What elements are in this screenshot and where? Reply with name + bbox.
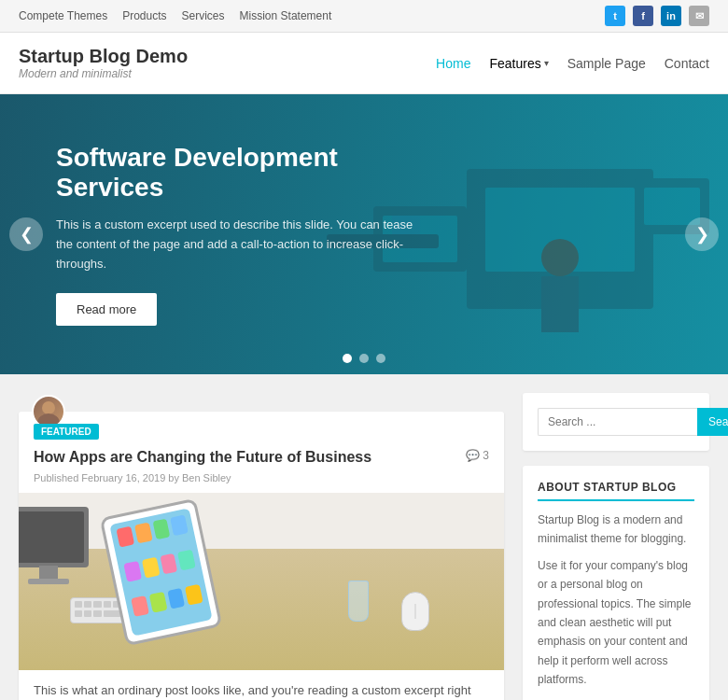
- comment-count: 💬 3: [466, 449, 489, 462]
- slider-dot-3[interactable]: [376, 354, 385, 363]
- content-area: FEATURED How Apps are Changing the Futur…: [19, 393, 504, 700]
- svg-rect-9: [644, 188, 700, 225]
- email-icon[interactable]: ✉: [689, 6, 709, 26]
- hero-slider: Software Development Services This is a …: [0, 94, 728, 374]
- search-widget: Search: [523, 393, 709, 451]
- linkedin-icon[interactable]: in: [661, 6, 681, 26]
- search-form: Search: [538, 408, 694, 436]
- post-excerpt: This is what an ordinary post looks like…: [19, 670, 504, 700]
- top-nav-compete[interactable]: Compete Themes: [19, 9, 107, 22]
- nav-features[interactable]: Features: [489, 56, 548, 71]
- svg-rect-3: [541, 276, 579, 332]
- about-text-2: Use it for your company's blog or a pers…: [538, 556, 694, 690]
- nav-home[interactable]: Home: [436, 56, 470, 71]
- top-nav-mission[interactable]: Mission Statement: [240, 9, 332, 22]
- hero-excerpt: This is a custom excerpt used to describ…: [56, 216, 429, 273]
- slider-next-button[interactable]: ❯: [685, 217, 719, 251]
- post-date: Published February 16, 2019 by Ben Sible…: [34, 472, 489, 483]
- post-card-header: FEATURED How Apps are Changing the Futur…: [19, 412, 504, 483]
- twitter-icon[interactable]: t: [605, 6, 625, 26]
- about-widget-text: Startup Blog is a modern and minimalist …: [538, 511, 694, 690]
- about-widget: ABOUT STARTUP BLOG Startup Blog is a mod…: [523, 466, 709, 700]
- site-header: Startup Blog Demo Modern and minimalist …: [0, 33, 728, 94]
- post-title: How Apps are Changing the Future of Busi…: [34, 447, 456, 468]
- nav-sample-page[interactable]: Sample Page: [567, 56, 646, 71]
- about-widget-title: ABOUT STARTUP BLOG: [538, 481, 694, 501]
- hero-read-more-button[interactable]: Read more: [56, 293, 157, 326]
- slider-dot-2[interactable]: [359, 354, 369, 363]
- comment-icon: 💬: [466, 449, 480, 462]
- site-tagline: Modern and minimalist: [19, 67, 188, 80]
- top-bar: Compete Themes Products Services Mission…: [0, 0, 728, 33]
- top-nav-products[interactable]: Products: [122, 9, 166, 22]
- site-branding: Startup Blog Demo Modern and minimalist: [19, 46, 188, 80]
- facebook-icon[interactable]: f: [633, 6, 653, 26]
- post-card: FEATURED How Apps are Changing the Futur…: [19, 412, 504, 700]
- top-nav-services[interactable]: Services: [182, 9, 225, 22]
- post-card-wrapper: FEATURED How Apps are Changing the Futur…: [19, 412, 504, 700]
- social-links: t f in ✉: [605, 6, 709, 26]
- main-nav: Home Features Sample Page Contact: [436, 56, 709, 71]
- slider-dot-1[interactable]: [343, 354, 352, 363]
- hero-slide: Software Development Services This is a …: [0, 94, 728, 374]
- hero-content: Software Development Services This is a …: [0, 105, 485, 362]
- top-nav: Compete Themes Products Services Mission…: [19, 9, 331, 22]
- search-button[interactable]: Search: [697, 408, 728, 436]
- post-featured-image: [19, 493, 504, 670]
- svg-point-2: [541, 239, 579, 276]
- main-content: FEATURED How Apps are Changing the Futur…: [0, 374, 728, 700]
- nav-contact[interactable]: Contact: [665, 56, 709, 71]
- sidebar: Search ABOUT STARTUP BLOG Startup Blog i…: [523, 393, 709, 700]
- search-input[interactable]: [538, 408, 697, 436]
- post-meta-row: How Apps are Changing the Future of Busi…: [34, 447, 489, 468]
- featured-badge: FEATURED: [34, 424, 99, 440]
- slider-dots: [343, 354, 385, 363]
- slider-prev-button[interactable]: ❮: [9, 217, 43, 251]
- site-title: Startup Blog Demo: [19, 46, 188, 67]
- about-text-1: Startup Blog is a modern and minimalist …: [538, 511, 694, 549]
- hero-title: Software Development Services: [56, 143, 429, 203]
- comment-number: 3: [483, 449, 489, 462]
